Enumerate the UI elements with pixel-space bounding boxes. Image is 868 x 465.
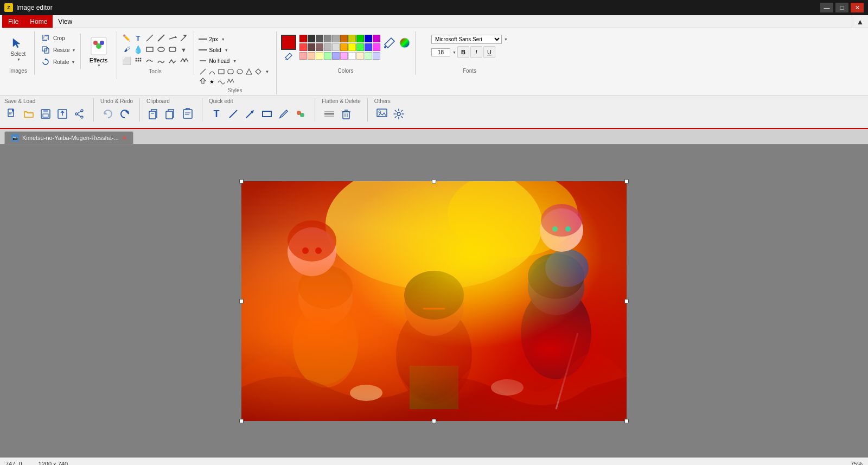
text-quick-button[interactable]: T xyxy=(209,106,224,122)
upload-button[interactable] xyxy=(55,106,70,122)
color-cell[interactable] xyxy=(316,35,323,42)
menu-file[interactable]: File xyxy=(2,15,24,28)
wave2-icon[interactable] xyxy=(156,55,167,66)
resize-button[interactable] xyxy=(39,44,52,55)
color-cell[interactable] xyxy=(356,35,364,42)
color-cell[interactable] xyxy=(348,43,356,51)
paste-button[interactable] xyxy=(180,106,195,122)
handle-top-left[interactable] xyxy=(239,179,244,183)
dots-tool-icon[interactable] xyxy=(133,55,144,66)
color-cell[interactable] xyxy=(299,52,307,60)
shape-arrow-icon[interactable] xyxy=(199,77,207,85)
shape-rect-icon[interactable] xyxy=(217,67,226,76)
handle-top-right[interactable] xyxy=(624,179,629,183)
color-cell[interactable] xyxy=(316,52,323,60)
minimize-button[interactable]: — xyxy=(820,3,833,12)
color-cell[interactable] xyxy=(340,35,348,42)
eyedropper-large-button[interactable] xyxy=(384,37,395,52)
shapes-dropdown-icon[interactable]: ▼ xyxy=(178,44,189,55)
brush-quick-button[interactable] xyxy=(276,106,291,122)
color-cell[interactable] xyxy=(365,52,372,60)
color-cell[interactable] xyxy=(332,52,340,60)
delete-button[interactable] xyxy=(339,106,354,122)
menu-view[interactable]: View xyxy=(53,15,78,28)
color-cell[interactable] xyxy=(332,43,340,51)
color-cell[interactable] xyxy=(308,52,315,60)
bump2-icon[interactable] xyxy=(178,55,189,66)
color-cell[interactable] xyxy=(332,35,340,42)
open-button[interactable] xyxy=(21,106,36,122)
arrow-quick-button[interactable] xyxy=(242,106,258,122)
color-cell[interactable] xyxy=(356,52,364,60)
rounded-rect-icon[interactable] xyxy=(167,44,178,55)
shapes-more-icon[interactable]: ▼ xyxy=(263,67,272,76)
eyedropper-button[interactable] xyxy=(283,51,294,62)
shape-line-icon[interactable] xyxy=(199,67,207,76)
line2-icon[interactable] xyxy=(156,33,167,43)
line3-icon[interactable] xyxy=(167,33,178,43)
brush-icon[interactable]: 🖌 xyxy=(122,44,132,55)
document-tab[interactable]: 📷 Kimetsu-no-Yaiba-Mugen-Ressha-... ✕ xyxy=(4,131,133,144)
color-cell[interactable] xyxy=(373,43,380,51)
paste-special-button[interactable] xyxy=(146,106,162,122)
font-size-input[interactable] xyxy=(431,48,450,56)
copy-button[interactable] xyxy=(163,106,178,122)
canvas-image[interactable] xyxy=(241,181,627,421)
line-quick-button[interactable] xyxy=(226,106,241,122)
font-name-select[interactable]: Microsoft Sans Seri xyxy=(431,35,502,44)
stroke-size-dropdown-icon[interactable]: ▼ xyxy=(221,37,225,41)
shape-wave-icon[interactable] xyxy=(226,77,235,85)
ribbon-maximize-icon[interactable]: ▲ xyxy=(852,15,868,28)
shape-triangle-icon[interactable] xyxy=(245,67,253,76)
color-cell[interactable] xyxy=(316,43,323,51)
arrow-icon[interactable] xyxy=(178,33,189,43)
select-button[interactable]: Select ▼ xyxy=(7,33,30,65)
color-cell[interactable] xyxy=(340,43,348,51)
color-cell[interactable] xyxy=(348,35,356,42)
color-cell[interactable] xyxy=(299,35,307,42)
new-file-button[interactable] xyxy=(4,106,20,122)
color-cell[interactable] xyxy=(324,35,331,42)
italic-button[interactable]: I xyxy=(470,46,482,58)
shape-curve-icon[interactable] xyxy=(208,67,216,76)
shape-star-icon[interactable]: ★ xyxy=(208,77,216,85)
color-cell[interactable] xyxy=(308,35,315,42)
redo-button[interactable] xyxy=(117,106,132,122)
pencil-icon[interactable]: ✏️ xyxy=(122,33,132,43)
save-button[interactable] xyxy=(38,106,53,122)
color-cell[interactable] xyxy=(365,43,372,51)
undo-button[interactable] xyxy=(100,106,116,122)
menu-home[interactable]: Home xyxy=(24,15,53,28)
handle-bot-right[interactable] xyxy=(624,419,629,423)
color-cell[interactable] xyxy=(308,43,315,51)
text-tool-icon[interactable]: T xyxy=(133,33,144,43)
color-cell[interactable] xyxy=(348,52,356,60)
shape-diamond-icon[interactable] xyxy=(254,67,263,76)
color-cell[interactable] xyxy=(373,35,380,42)
color-picker-button[interactable] xyxy=(399,37,411,50)
share-button[interactable] xyxy=(72,106,87,122)
arrow-type-dropdown-icon[interactable]: ▼ xyxy=(233,59,237,63)
image-settings-button[interactable] xyxy=(374,106,390,122)
oval-tool-icon[interactable] xyxy=(156,44,167,55)
color-cell[interactable] xyxy=(324,52,331,60)
active-color-swatch[interactable] xyxy=(281,35,296,50)
handle-top-mid[interactable] xyxy=(432,179,436,183)
color-cell[interactable] xyxy=(340,52,348,60)
rect-quick-button[interactable] xyxy=(259,106,275,122)
crop-button[interactable] xyxy=(39,33,52,43)
fill-icon[interactable]: 💧 xyxy=(133,44,144,55)
effects-button[interactable]: Effects ▼ xyxy=(85,33,112,70)
underline-button[interactable]: U xyxy=(483,46,495,58)
settings-button[interactable] xyxy=(391,106,406,122)
shape-bump-icon[interactable] xyxy=(217,77,226,85)
maximize-button[interactable]: □ xyxy=(835,3,848,12)
handle-bot-left[interactable] xyxy=(239,419,244,423)
color-cell[interactable] xyxy=(373,52,380,60)
flatten-button[interactable] xyxy=(322,106,337,122)
color-cell[interactable] xyxy=(324,43,331,51)
wave1-icon[interactable] xyxy=(144,55,155,66)
shape-roundrect-icon[interactable] xyxy=(226,67,235,76)
bump1-icon[interactable] xyxy=(167,55,178,66)
handle-bot-mid[interactable] xyxy=(432,419,436,423)
